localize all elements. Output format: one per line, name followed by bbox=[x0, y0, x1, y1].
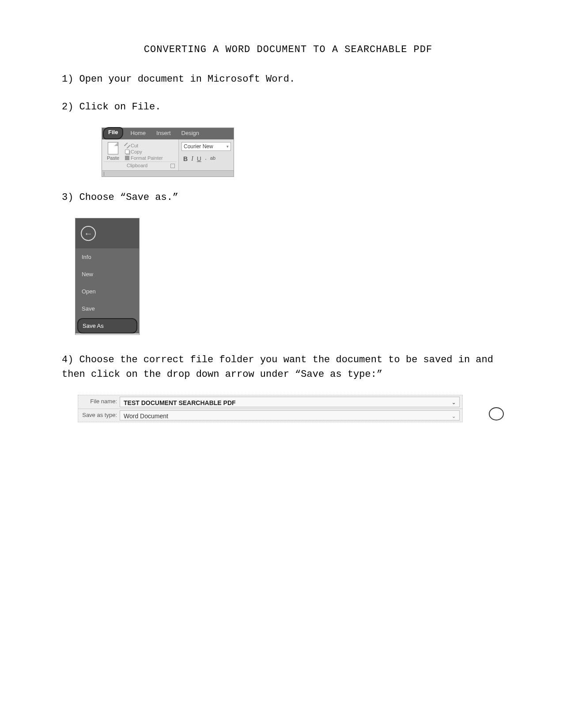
back-button[interactable]: ← bbox=[81, 226, 96, 241]
save-as-type-dropdown[interactable]: Word Document ⌄ bbox=[120, 410, 460, 420]
tab-home[interactable]: Home bbox=[125, 128, 151, 139]
tab-design[interactable]: Design bbox=[176, 128, 204, 139]
menu-save-as[interactable]: Save As bbox=[77, 318, 137, 334]
save-as-type-value: Word Document bbox=[124, 413, 168, 420]
menu-open[interactable]: Open bbox=[76, 283, 139, 300]
copy-label: Copy bbox=[131, 149, 142, 154]
save-as-type-label: Save as type: bbox=[78, 409, 120, 422]
bold-button[interactable]: B bbox=[183, 155, 188, 162]
step-4: 4) Choose the correct file folder you wa… bbox=[62, 353, 501, 382]
file-name-label: File name: bbox=[78, 395, 120, 409]
underline-button[interactable]: U bbox=[197, 155, 201, 162]
step-1-text: Open your document in Microsoft Word. bbox=[79, 74, 295, 85]
chevron-down-icon[interactable]: ⌄ bbox=[452, 400, 456, 405]
brush-icon bbox=[125, 156, 129, 160]
step-3-text: Choose “Save as.” bbox=[79, 192, 178, 203]
file-name-row: File name: TEST DOCUMENT SEARCHABLE PDF … bbox=[78, 395, 462, 409]
clipboard-group: Paste Cut Copy Format Painter Clipboard bbox=[102, 139, 179, 170]
step-2-text: Click on File. bbox=[79, 101, 161, 113]
font-group: Courier New ▾ B I U · ab bbox=[179, 139, 234, 170]
step-1: 1) Open your document in Microsoft Word. bbox=[62, 72, 501, 86]
step-4-text: Choose the correct file folder you want … bbox=[62, 354, 493, 380]
file-name-input[interactable]: TEST DOCUMENT SEARCHABLE PDF ⌄ bbox=[120, 397, 460, 407]
font-name-dropdown[interactable]: Courier New ▾ bbox=[181, 142, 231, 151]
step-4-number: 4) bbox=[62, 354, 73, 365]
paste-label: Paste bbox=[107, 155, 119, 161]
step-2: 2) Click on File. bbox=[62, 100, 501, 114]
tab-insert[interactable]: Insert bbox=[151, 128, 176, 139]
menu-new[interactable]: New bbox=[76, 266, 139, 283]
ruler bbox=[102, 170, 234, 176]
arrow-left-icon: ← bbox=[84, 229, 93, 239]
ribbon-tab-bar: File Home Insert Design bbox=[102, 128, 234, 139]
menu-save[interactable]: Save bbox=[76, 300, 139, 317]
tab-file[interactable]: File bbox=[103, 127, 123, 139]
copy-button[interactable]: Copy bbox=[125, 149, 163, 154]
separator: · bbox=[205, 155, 207, 162]
screenshot-save-dialog-fields: File name: TEST DOCUMENT SEARCHABLE PDF … bbox=[78, 395, 501, 422]
cut-label: Cut bbox=[131, 143, 138, 148]
document-title: CONVERTING A WORD DOCUMENT TO A SEARCHAB… bbox=[75, 44, 501, 55]
italic-button[interactable]: I bbox=[191, 155, 193, 162]
scissors-icon bbox=[124, 143, 130, 149]
step-2-number: 2) bbox=[62, 101, 73, 113]
text-effects-button[interactable]: ab bbox=[210, 155, 215, 162]
chevron-down-icon[interactable]: ⌄ bbox=[452, 413, 456, 419]
backstage-menu: Info New Open Save Save As bbox=[76, 248, 139, 334]
font-name-value: Courier New bbox=[184, 143, 213, 150]
file-name-value: TEST DOCUMENT SEARCHABLE PDF bbox=[124, 399, 236, 406]
paste-icon bbox=[108, 142, 118, 154]
step-3: 3) Choose “Save as.” bbox=[62, 190, 501, 205]
copy-icon bbox=[125, 150, 129, 154]
annotation-circle bbox=[489, 407, 504, 420]
format-painter-label: Format Painter bbox=[131, 155, 163, 161]
step-1-number: 1) bbox=[62, 74, 73, 85]
menu-info[interactable]: Info bbox=[76, 248, 139, 266]
step-3-number: 3) bbox=[62, 192, 73, 203]
paste-button[interactable]: Paste bbox=[104, 141, 122, 161]
screenshot-file-backstage: ← Info New Open Save Save As bbox=[75, 218, 501, 335]
cut-button[interactable]: Cut bbox=[125, 143, 163, 148]
dialog-launcher-icon[interactable] bbox=[170, 164, 175, 168]
backstage-header: ← bbox=[76, 218, 139, 248]
screenshot-word-ribbon: File Home Insert Design Paste Cut Copy F… bbox=[102, 128, 234, 177]
save-as-type-row: Save as type: Word Document ⌄ bbox=[78, 409, 462, 422]
clipboard-group-label: Clipboard bbox=[127, 163, 147, 168]
format-painter-button[interactable]: Format Painter bbox=[125, 155, 163, 161]
chevron-down-icon: ▾ bbox=[227, 144, 229, 149]
